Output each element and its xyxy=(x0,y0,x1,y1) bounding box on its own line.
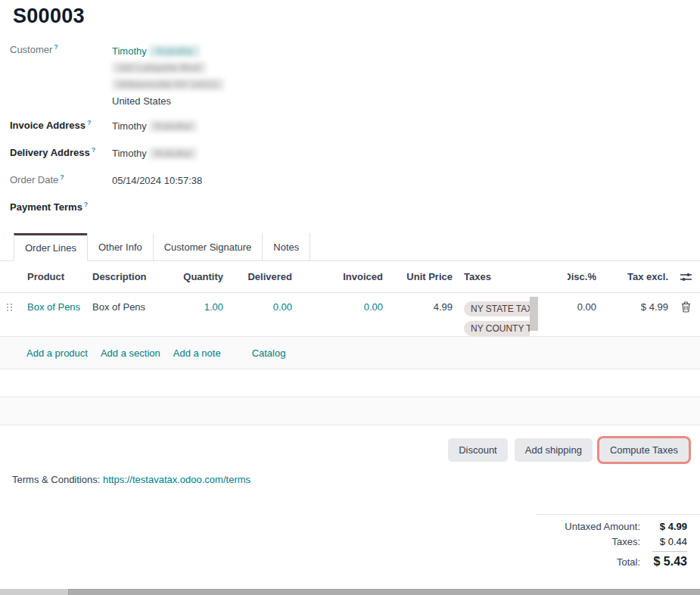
terms-label: Terms & Conditions: xyxy=(12,474,100,485)
terms-and-conditions: Terms & Conditions: https://testavatax.o… xyxy=(12,474,700,485)
cell-delivered[interactable]: 0.00 xyxy=(226,293,295,336)
row-drag-handle[interactable] xyxy=(0,293,24,336)
scrollbar-track xyxy=(0,589,68,595)
column-options-button[interactable] xyxy=(671,261,700,292)
bottom-scrollbar xyxy=(0,589,700,595)
tab-order-lines[interactable]: Order Lines xyxy=(14,233,88,261)
tax-tag[interactable]: NY STATE TAX xyxy=(464,301,530,316)
taxes-value: $ 0.44 xyxy=(648,536,687,547)
invoice-address-value[interactable]: Timothy Kukulka xyxy=(112,119,197,133)
field-delivery-address: Delivery Address? Timothy Kukulka xyxy=(10,146,700,160)
col-header-description[interactable]: Description xyxy=(89,261,162,292)
customer-address-line1: 182 Lafayette Blvd xyxy=(112,62,206,73)
scrollbar-thumb[interactable] xyxy=(68,589,700,595)
terms-link[interactable]: https://testavatax.odoo.com/terms xyxy=(103,474,250,485)
order-date-label: Order Date? xyxy=(10,173,112,188)
field-customer: Customer? Timothy Kukulka 182 Lafayette … xyxy=(10,43,700,110)
page-title: S00003 xyxy=(13,5,700,28)
empty-row xyxy=(0,397,700,425)
sliders-icon xyxy=(680,272,692,282)
customer-country: United States xyxy=(112,93,224,110)
payment-terms-label: Payment Terms? xyxy=(10,201,112,213)
customer-value: Timothy Kukulka 182 Lafayette Blvd Willi… xyxy=(112,43,224,110)
add-shipping-button[interactable]: Add shipping xyxy=(515,438,593,462)
table-footer-links: Add a product Add a section Add a note C… xyxy=(0,337,700,369)
untaxed-amount-value: $ 4.99 xyxy=(648,521,687,532)
drag-handle-icon xyxy=(7,304,12,311)
empty-row xyxy=(0,369,700,397)
help-icon[interactable]: ? xyxy=(92,146,96,154)
add-note-link[interactable]: Add a note xyxy=(173,347,221,359)
add-section-link[interactable]: Add a section xyxy=(101,347,160,359)
totals-divider xyxy=(652,551,687,552)
delete-row-button[interactable] xyxy=(671,293,700,336)
help-icon[interactable]: ? xyxy=(87,119,92,126)
field-invoice-address: Invoice Address? Timothy Kukulka xyxy=(10,119,700,133)
col-header-delivered[interactable]: Delivered xyxy=(226,261,295,292)
field-section: Customer? Timothy Kukulka 182 Lafayette … xyxy=(10,43,700,213)
col-header-quantity[interactable]: Quantity xyxy=(162,261,226,292)
table-row[interactable]: Box of Pens Box of Pens 1.00 0.00 0.00 4… xyxy=(0,293,700,337)
product-link[interactable]: Box of Pens xyxy=(27,301,80,313)
untaxed-amount-row: Untaxed Amount: $ 4.99 xyxy=(537,521,687,532)
tax-tag[interactable]: NY COUNTY TAX xyxy=(464,321,530,336)
col-header-invoiced[interactable]: Invoiced xyxy=(295,261,386,292)
customer-name-link[interactable]: Timothy xyxy=(112,45,147,57)
order-date-value[interactable]: 05/14/2024 10:57:38 xyxy=(112,173,202,188)
help-icon[interactable]: ? xyxy=(60,173,64,181)
catalog-link[interactable]: Catalog xyxy=(252,347,286,359)
customer-name-redacted: Kukulka xyxy=(149,45,199,57)
discount-button[interactable]: Discount xyxy=(448,438,508,462)
taxes-row: Taxes: $ 0.44 xyxy=(537,536,687,547)
delivery-address-label: Delivery Address? xyxy=(10,146,112,160)
delivery-address-value[interactable]: Timothy Kukulka xyxy=(112,146,197,160)
compute-taxes-button[interactable]: Compute Taxes xyxy=(599,438,689,462)
total-value: $ 5.43 xyxy=(648,555,687,569)
col-header-product[interactable]: Product xyxy=(24,261,89,292)
customer-address-line2: Williamsville NY 14221 xyxy=(112,79,224,90)
cell-product[interactable]: Box of Pens xyxy=(24,293,89,336)
field-payment-terms: Payment Terms? xyxy=(10,201,700,213)
total-row: Total: $ 5.43 xyxy=(537,555,687,569)
invoice-address-redacted: Kukulka xyxy=(149,120,196,132)
cell-description[interactable]: Box of Pens xyxy=(89,293,162,336)
cell-tax-excl: $ 4.99 xyxy=(599,293,671,336)
cell-taxes[interactable]: NY STATE TAX NY COUNTY TAX xyxy=(456,293,568,336)
customer-label: Customer? xyxy=(10,43,112,110)
cell-unit-price[interactable]: 4.99 xyxy=(386,293,456,336)
delivery-address-redacted: Kukulka xyxy=(149,148,196,159)
invoice-address-label: Invoice Address? xyxy=(10,119,112,133)
taxes-label: Taxes: xyxy=(611,536,640,547)
col-header-tax-excl[interactable]: Tax excl. xyxy=(599,261,671,292)
tab-other-info[interactable]: Other Info xyxy=(87,233,154,260)
col-header-unit-price[interactable]: Unit Price xyxy=(386,261,456,292)
col-header-taxes[interactable]: Taxes xyxy=(456,261,568,292)
notebook-tabs: Order Lines Other Info Customer Signatur… xyxy=(0,233,700,261)
help-icon[interactable]: ? xyxy=(54,43,58,51)
table-header-row: Product Description Quantity Delivered I… xyxy=(0,261,700,293)
col-header-handle xyxy=(0,261,24,292)
order-lines-table: Product Description Quantity Delivered I… xyxy=(0,261,700,425)
tax-tag-redaction xyxy=(530,297,538,331)
totals-section: Untaxed Amount: $ 4.99 Taxes: $ 0.44 Tot… xyxy=(537,514,700,569)
help-icon[interactable]: ? xyxy=(84,201,89,208)
trash-icon xyxy=(681,301,691,313)
order-action-buttons: Discount Add shipping Compute Taxes xyxy=(0,438,700,462)
untaxed-amount-label: Untaxed Amount: xyxy=(565,521,640,532)
cell-invoiced[interactable]: 0.00 xyxy=(295,293,386,336)
total-label: Total: xyxy=(617,556,640,568)
tab-notes[interactable]: Notes xyxy=(262,233,310,260)
cell-quantity[interactable]: 1.00 xyxy=(162,293,226,336)
field-order-date: Order Date? 05/14/2024 10:57:38 xyxy=(10,173,700,188)
cell-disc[interactable]: 0.00 xyxy=(568,293,599,336)
col-header-disc[interactable]: Disc.% xyxy=(568,261,599,292)
tab-customer-signature[interactable]: Customer Signature xyxy=(153,233,263,260)
add-product-link[interactable]: Add a product xyxy=(26,347,88,359)
